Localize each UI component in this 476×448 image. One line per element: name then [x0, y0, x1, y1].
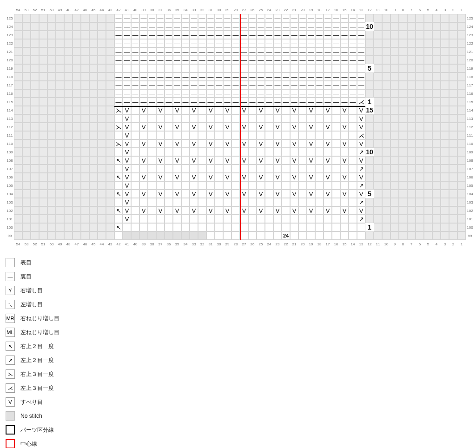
- stitch-cell: —: [131, 39, 139, 47]
- stitch-cell: [31, 89, 39, 98]
- stitch-cell: [307, 165, 315, 173]
- stitch-cell: [441, 215, 449, 223]
- stitch-cell: [416, 231, 424, 240]
- stitch-cell: —: [290, 56, 298, 64]
- stitch-cell: V: [123, 139, 131, 148]
- stitch-cell: ↖: [114, 173, 123, 181]
- stitch-cell: [198, 123, 206, 131]
- stitch-cell: —: [265, 39, 273, 47]
- stitch-cell: [399, 39, 407, 47]
- stitch-cell: [181, 223, 190, 231]
- stitch-cell: [240, 181, 248, 190]
- stitch-cell: [248, 114, 257, 123]
- stitch-cell: [31, 131, 39, 139]
- stitch-cell: [416, 148, 424, 156]
- stitch-cell: —: [156, 47, 165, 56]
- stitch-cell: —: [181, 64, 190, 72]
- col-label-top: 14: [349, 6, 357, 14]
- stitch-cell: [282, 223, 290, 231]
- stitch-cell: [441, 114, 449, 123]
- stitch-cell: [416, 156, 424, 165]
- stitch-cell: [349, 198, 357, 206]
- stitch-cell: [22, 173, 31, 181]
- stitch-cell: —: [165, 89, 173, 98]
- stitch-cell: [198, 106, 206, 114]
- stitch-cell: [441, 98, 449, 106]
- stitch-cell: —: [307, 72, 315, 81]
- stitch-cell: [382, 81, 390, 89]
- stitch-cell: [64, 47, 73, 56]
- stitch-cell: [282, 106, 290, 114]
- stitch-cell: V: [357, 173, 365, 181]
- row-label-left: 103: [6, 198, 14, 206]
- stitch-cell: —: [206, 89, 215, 98]
- stitch-cell: [407, 56, 416, 64]
- stitch-cell: [89, 72, 98, 81]
- stitch-cell: V: [257, 190, 265, 198]
- knitting-chart: 5453525150494847464544434241403938373635…: [6, 6, 470, 248]
- stitch-cell: [449, 231, 457, 240]
- stitch-cell: [424, 181, 432, 190]
- stitch-cell: [190, 148, 198, 156]
- stitch-cell: V: [357, 123, 365, 131]
- col-label-top: 40: [131, 6, 139, 14]
- col-label-bottom: 43: [106, 240, 114, 248]
- stitch-cell: [307, 148, 315, 156]
- stitch-cell: [382, 31, 390, 39]
- col-label-bottom: 48: [64, 240, 73, 248]
- stitch-cell: V: [190, 156, 198, 165]
- stitch-cell: —: [190, 39, 198, 47]
- stitch-cell: [22, 223, 31, 231]
- stitch-cell: —: [148, 31, 156, 39]
- row-label-right: 114: [466, 106, 474, 114]
- stitch-cell: —: [231, 39, 240, 47]
- stitch-cell: —: [332, 81, 340, 89]
- stitch-cell: [282, 181, 290, 190]
- stitch-cell: [365, 131, 374, 139]
- stitch-cell: [315, 131, 324, 139]
- stitch-cell: —: [114, 72, 123, 81]
- stitch-cell: [416, 190, 424, 198]
- col-label-bottom: 29: [223, 240, 231, 248]
- stitch-cell: [14, 190, 22, 198]
- stitch-cell: [22, 156, 31, 165]
- stitch-cell: —: [298, 31, 307, 39]
- stitch-cell: [47, 47, 56, 56]
- stitch-cell: [47, 89, 56, 98]
- col-label-top: 28: [231, 6, 240, 14]
- stitch-cell: [441, 14, 449, 22]
- stitch-cell: [106, 56, 114, 64]
- stitch-cell: [432, 139, 441, 148]
- stitch-cell: —: [223, 14, 231, 22]
- stitch-cell: [165, 206, 173, 215]
- stitch-cell: —: [248, 14, 257, 22]
- stitch-cell: —: [357, 81, 365, 89]
- stitch-cell: [47, 231, 56, 240]
- stitch-cell: [374, 98, 382, 106]
- stitch-cell: [390, 64, 399, 72]
- stitch-cell: —: [156, 31, 165, 39]
- stitch-cell: [106, 98, 114, 106]
- stitch-cell: [407, 223, 416, 231]
- stitch-cell: [223, 215, 231, 223]
- stitch-cell: [248, 181, 257, 190]
- col-label-bottom: 39: [139, 240, 148, 248]
- stitch-cell: [131, 139, 139, 148]
- col-label-top: 22: [282, 6, 290, 14]
- stitch-cell: [148, 190, 156, 198]
- stitch-cell: V: [123, 148, 131, 156]
- stitch-cell: —: [206, 56, 215, 64]
- stitch-cell: [449, 89, 457, 98]
- col-label-bottom: 22: [282, 240, 290, 248]
- stitch-cell: [273, 148, 282, 156]
- stitch-cell: [215, 114, 223, 123]
- stitch-cell: [382, 89, 390, 98]
- row-marker: 10: [365, 22, 374, 31]
- stitch-cell: —: [240, 64, 248, 72]
- stitch-cell: [432, 14, 441, 22]
- stitch-cell: [98, 206, 106, 215]
- stitch-cell: [374, 231, 382, 240]
- stitch-cell: [349, 114, 357, 123]
- stitch-cell: —: [340, 98, 349, 106]
- stitch-cell: —: [156, 14, 165, 22]
